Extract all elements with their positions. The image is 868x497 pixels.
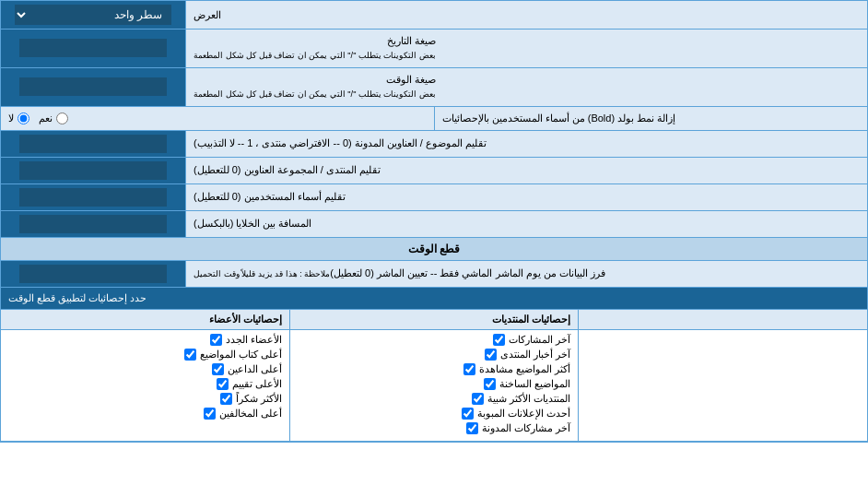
- checkbox-top-inviters[interactable]: [212, 363, 224, 375]
- display-label: العرض: [185, 1, 867, 29]
- checkbox-item: آخر مشاركات المدونة: [298, 422, 571, 434]
- trimforum-label: تقليم المنتدى / المجموعة العناوين (0 للت…: [185, 158, 867, 183]
- checkbox-hot-topics[interactable]: [484, 378, 496, 390]
- checkbox-item: الأعضاء الجدد: [8, 334, 282, 346]
- cutoff-input[interactable]: 0: [19, 265, 167, 283]
- checkbox-last-posts[interactable]: [493, 334, 505, 346]
- trimforum-input-cell: 33: [1, 158, 185, 183]
- checkbox-item: أعلى كتاب المواضيع: [8, 349, 282, 361]
- bottom-col1-content: [578, 330, 867, 442]
- trimtopic-input[interactable]: 33: [19, 135, 167, 153]
- date-format-input[interactable]: d-m: [19, 39, 167, 57]
- date-format-input-cell: d-m: [1, 30, 185, 67]
- checkbox-last-news[interactable]: [485, 349, 497, 361]
- display-select-cell: سطر واحد: [1, 1, 185, 29]
- space-input-cell: 2: [1, 211, 185, 237]
- checkbox-item: المنتديات الأكثر شبية: [298, 393, 571, 405]
- checkbox-item: المواضيع الساخنة: [298, 378, 571, 390]
- trimusers-label: تقليم أسماء المستخدمين (0 للتعطيل): [185, 184, 867, 210]
- bottom-col3-content: الأعضاء الجدد أعلى كتاب المواضيع أعلى ال…: [1, 330, 289, 442]
- bottom-col3-header: إحصائيات الأعضاء: [1, 310, 289, 329]
- checkbox-most-viewed[interactable]: [463, 363, 475, 375]
- checkbox-new-members[interactable]: [210, 334, 222, 346]
- checkbox-item: الأعلى تقييم: [8, 378, 282, 390]
- bottom-col2-content: آخر المشاركات آخر أخبار المنتدى أكثر الم…: [289, 330, 579, 442]
- trimusers-input-cell: 0: [1, 184, 185, 210]
- checkbox-item: أعلى الداعين: [8, 363, 282, 375]
- cutoff-section-header: قطع الوقت: [1, 238, 867, 261]
- checkbox-item: أعلى المخالفين: [8, 408, 282, 420]
- trimtopic-label: تقليم الموضوع / العناوين المدونة (0 -- ا…: [185, 131, 867, 157]
- bold-radio-no[interactable]: [18, 112, 29, 124]
- checkbox-item: أحدث الإعلانات المبوبة: [298, 408, 571, 420]
- time-format-input[interactable]: H:i: [19, 77, 167, 96]
- space-label: المسافة بين الخلايا (بالبكسل): [185, 211, 867, 237]
- space-input[interactable]: 2: [19, 215, 167, 233]
- bottom-col2-header: إحصائيات المنتديات: [289, 310, 579, 329]
- cutoff-input-cell: 0: [1, 261, 185, 287]
- time-format-input-cell: H:i: [1, 68, 185, 106]
- limit-label: حدد إحصائيات لتطبيق قطع الوقت: [1, 288, 867, 309]
- checkbox-item: أكثر المواضيع مشاهدة: [298, 363, 571, 375]
- checkbox-top-rated[interactable]: [217, 378, 229, 390]
- date-format-label: صيغة التاريخبعض التكوينات يتطلب "/" التي…: [185, 30, 867, 67]
- trimtopic-input-cell: 33: [1, 131, 185, 157]
- bottom-col1-header: [578, 310, 867, 329]
- checkbox-item: آخر أخبار المنتدى: [298, 349, 571, 361]
- checkbox-active-forums[interactable]: [472, 393, 484, 405]
- checkbox-item: الأكثر شكراً: [8, 393, 282, 405]
- checkbox-top-posters[interactable]: [184, 349, 196, 361]
- cutoff-label: فرز البيانات من يوم الماشر الماشي فقط --…: [185, 261, 867, 287]
- bold-label: إزالة نمط بولد (Bold) من أسماء المستخدمي…: [434, 107, 868, 130]
- bold-radio-no-label[interactable]: لا: [8, 112, 29, 124]
- trimforum-input[interactable]: 33: [19, 161, 167, 180]
- bold-radio-yes-label[interactable]: نعم: [39, 112, 68, 124]
- bold-radio-yes[interactable]: [56, 112, 68, 124]
- trimusers-input[interactable]: 0: [19, 188, 167, 207]
- bold-radio-cell: نعم لا: [1, 107, 434, 130]
- checkbox-blog-posts[interactable]: [466, 422, 478, 434]
- time-format-label: صيغة الوقتبعض التكوينات يتطلب "/" التي ي…: [185, 68, 867, 106]
- checkbox-classifieds[interactable]: [462, 408, 474, 420]
- display-select[interactable]: سطر واحد: [15, 5, 171, 25]
- checkbox-item: آخر المشاركات: [298, 334, 571, 346]
- checkbox-most-thanked[interactable]: [220, 393, 232, 405]
- checkbox-top-violators[interactable]: [204, 408, 216, 420]
